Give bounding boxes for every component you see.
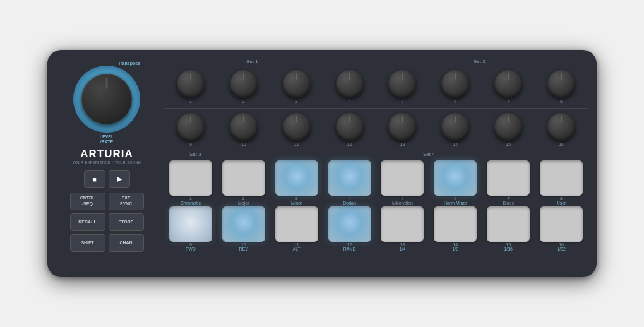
pad-6[interactable]: [434, 160, 477, 196]
knob-num-5: 5: [401, 99, 403, 104]
pad-label-7: Blues: [503, 201, 514, 205]
pad-3[interactable]: [275, 160, 318, 196]
knob-5[interactable]: [388, 70, 416, 98]
pad-10[interactable]: [222, 206, 265, 242]
knob-16[interactable]: [547, 113, 575, 141]
big-knob-ring[interactable]: [75, 68, 138, 131]
transport-row: ■ ▶: [63, 170, 151, 188]
pad-14[interactable]: [434, 206, 477, 242]
ext-sync-button[interactable]: EXT SYNC: [109, 193, 144, 210]
knob-num-9: 9: [189, 142, 192, 146]
pad-7[interactable]: [487, 160, 530, 196]
play-button[interactable]: ▶: [109, 170, 130, 188]
big-knob-inner[interactable]: [81, 74, 132, 124]
chan-button[interactable]: CHAN: [109, 234, 144, 252]
pad-5[interactable]: [381, 160, 424, 196]
pad-section: Set 3 Set 4 1Chromatic2Major3Minor4Doria…: [164, 152, 588, 251]
cntrl-line2: /SEQ: [82, 201, 93, 206]
pad-label-4: Dorian: [343, 201, 356, 205]
knob-4[interactable]: [336, 70, 364, 98]
stop-button[interactable]: ■: [84, 170, 105, 188]
knob-2[interactable]: [230, 70, 258, 98]
knob-item-15: 15: [482, 113, 535, 146]
pad-row-1: 1Chromatic2Major3Minor4Dorian5Mixolydian…: [164, 160, 588, 205]
pad-label-9: FWD: [186, 247, 196, 251]
arturia-brand: ARTURIA: [72, 148, 141, 160]
knob-13[interactable]: [388, 113, 416, 141]
knob-10[interactable]: [230, 113, 258, 141]
knob-num-12: 12: [347, 142, 352, 146]
pad-16[interactable]: [540, 206, 583, 242]
cntrl-line1: CNTRL: [80, 196, 95, 201]
knob-6[interactable]: [441, 70, 469, 98]
level-rate-label: LEVEL/RATE: [100, 134, 114, 145]
set1-label: Set 1: [246, 59, 258, 64]
pad-item-5: 5Mixolydian: [376, 160, 429, 205]
arturia-device: Transpose LEVEL/RATE ARTURIA YOUR EXPERI…: [47, 50, 597, 277]
knob-section: Set 1 Set 2 12345678 910111213141516: [164, 59, 588, 146]
pad-num-15: 15: [506, 242, 511, 247]
knob-11[interactable]: [283, 113, 311, 141]
knob-num-6: 6: [454, 99, 456, 104]
knob-row-1: 12345678: [164, 70, 588, 104]
pad-item-12: 12RAND: [323, 206, 376, 251]
pad-num-10: 10: [241, 242, 246, 247]
pad-8[interactable]: [540, 160, 583, 196]
store-button[interactable]: STORE: [109, 213, 144, 231]
recall-button[interactable]: RECALL: [70, 213, 105, 231]
cntrl-row: CNTRL /SEQ EXT SYNC: [63, 193, 151, 210]
knob-item-5: 5: [376, 70, 429, 104]
pad-4[interactable]: [328, 160, 371, 196]
pad-num-3: 3: [295, 196, 298, 201]
pad-num-8: 8: [560, 196, 563, 201]
knob-12[interactable]: [336, 113, 364, 141]
arturia-tagline: YOUR EXPERIENCE • YOUR SOUND: [72, 160, 141, 164]
pad-1[interactable]: [169, 160, 212, 196]
pad-11[interactable]: [275, 206, 318, 242]
knob-3[interactable]: [283, 70, 311, 98]
pad-13[interactable]: [381, 206, 424, 242]
knob-item-8: 8: [535, 70, 588, 104]
pad-item-6: 6Harm Minor: [429, 160, 482, 205]
knob-num-13: 13: [400, 142, 405, 146]
knob-num-16: 16: [559, 142, 564, 146]
pad-15[interactable]: [487, 206, 530, 242]
set2-label: Set 2: [474, 59, 486, 64]
knob-8[interactable]: [547, 70, 575, 98]
knob-9[interactable]: [177, 113, 205, 141]
pad-item-1: 1Chromatic: [164, 160, 217, 205]
left-buttons: ■ ▶ CNTRL /SEQ EXT SYNC RECALL: [63, 170, 151, 252]
pad-num-1: 1: [189, 196, 192, 201]
pad-label-3: Minor: [291, 201, 302, 205]
stop-icon: ■: [92, 175, 97, 183]
pad-num-6: 6: [454, 196, 456, 201]
pad-num-2: 2: [242, 196, 245, 201]
knob-num-11: 11: [294, 142, 299, 146]
pad-row-2: 9FWD10REV11ALT12RAND131/4141/8151/16161/…: [164, 206, 588, 251]
pad-label-8: User: [557, 201, 566, 205]
pad-item-4: 4Dorian: [323, 160, 376, 205]
big-knob-area: Transpose: [72, 62, 141, 132]
knob-num-8: 8: [560, 99, 563, 104]
pad-9[interactable]: [169, 206, 212, 242]
knob-item-4: 4: [323, 70, 376, 104]
knob-num-7: 7: [507, 99, 510, 104]
pad-item-9: 9FWD: [164, 206, 217, 251]
set-labels-row1: Set 1 Set 2: [164, 59, 588, 68]
knob-14[interactable]: [441, 113, 469, 141]
cntrl-seq-button[interactable]: CNTRL /SEQ: [70, 193, 105, 210]
set-labels-row2: Set 3 Set 4: [164, 152, 588, 159]
pad-item-2: 2Major: [217, 160, 270, 205]
pad-2[interactable]: [222, 160, 265, 196]
knob-7[interactable]: [494, 70, 522, 98]
knob-1[interactable]: [177, 70, 205, 98]
knob-15[interactable]: [494, 113, 522, 141]
pad-label-14: 1/8: [452, 247, 458, 251]
pad-12[interactable]: [328, 206, 371, 242]
pad-num-11: 11: [294, 242, 299, 247]
shift-button[interactable]: SHIFT: [70, 234, 105, 252]
recall-label: RECALL: [78, 220, 96, 225]
knob-num-15: 15: [506, 142, 511, 146]
shift-row: SHIFT CHAN: [63, 234, 151, 252]
knob-num-3: 3: [295, 99, 298, 104]
